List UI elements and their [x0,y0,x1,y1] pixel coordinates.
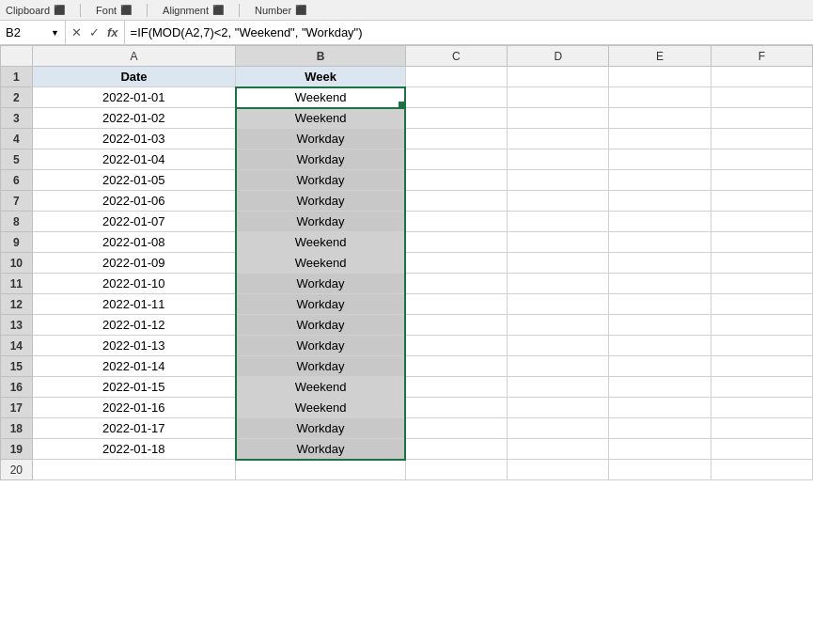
cell-e5[interactable] [609,149,711,170]
col-header-a[interactable]: A [32,46,236,67]
cell-c2[interactable] [405,87,507,108]
cell-b19[interactable]: Workday [236,439,406,460]
cell-f2[interactable] [711,87,812,108]
cell-e1[interactable] [609,67,711,87]
cell-f13[interactable] [711,315,812,336]
cell-d12[interactable] [508,294,609,315]
cell-d10[interactable] [508,253,609,274]
cell-e20[interactable] [609,460,711,480]
fx-icon[interactable]: fx [105,25,120,39]
cell-e19[interactable] [609,439,711,460]
cell-d6[interactable] [508,170,609,191]
cell-e16[interactable] [609,377,711,398]
cell-c14[interactable] [405,336,507,356]
cell-c5[interactable] [405,149,507,170]
cell-e7[interactable] [609,191,711,212]
cell-d5[interactable] [508,149,609,170]
cell-b3[interactable]: Weekend [236,108,406,129]
cell-a17[interactable]: 2022-01-16 [32,398,236,418]
cell-e10[interactable] [609,253,711,274]
cell-b10[interactable]: Weekend [236,253,406,274]
cell-a1[interactable]: Date [32,67,236,87]
cell-b12[interactable]: Workday [236,294,406,315]
cell-e15[interactable] [609,356,711,377]
cell-c17[interactable] [405,398,507,418]
cell-e6[interactable] [609,170,711,191]
col-header-c[interactable]: C [405,46,507,67]
cell-d4[interactable] [508,129,609,149]
cell-d13[interactable] [508,315,609,336]
fill-handle[interactable] [399,102,404,107]
cell-f14[interactable] [711,336,812,356]
cell-f11[interactable] [711,274,812,294]
cell-a3[interactable]: 2022-01-02 [32,108,236,129]
cell-c10[interactable] [405,253,507,274]
cell-c16[interactable] [405,377,507,398]
cell-f1[interactable] [711,67,812,87]
cell-b8[interactable]: Workday [236,212,406,232]
cell-b13[interactable]: Workday [236,315,406,336]
cell-e13[interactable] [609,315,711,336]
cell-d17[interactable] [508,398,609,418]
cell-d7[interactable] [508,191,609,212]
cell-a10[interactable]: 2022-01-09 [32,253,236,274]
cell-f7[interactable] [711,191,812,212]
cell-c13[interactable] [405,315,507,336]
cell-a9[interactable]: 2022-01-08 [32,232,236,253]
cell-b1[interactable]: Week [236,67,406,87]
cell-d16[interactable] [508,377,609,398]
cell-b20[interactable] [236,460,406,480]
cell-c3[interactable] [405,108,507,129]
cell-b15[interactable]: Workday [236,356,406,377]
cell-b17[interactable]: Weekend [236,398,406,418]
cell-c11[interactable] [405,274,507,294]
cell-f16[interactable] [711,377,812,398]
cell-a2[interactable]: 2022-01-01 [32,87,236,108]
cell-e3[interactable] [609,108,711,129]
cell-d14[interactable] [508,336,609,356]
cell-d2[interactable] [508,87,609,108]
cell-f12[interactable] [711,294,812,315]
cell-e12[interactable] [609,294,711,315]
cell-c9[interactable] [405,232,507,253]
cell-c8[interactable] [405,212,507,232]
cell-d15[interactable] [508,356,609,377]
cell-ref-dropdown-icon[interactable]: ▼ [51,28,59,38]
cell-e14[interactable] [609,336,711,356]
col-header-d[interactable]: D [508,46,609,67]
cell-f18[interactable] [711,418,812,439]
cell-a18[interactable]: 2022-01-17 [32,418,236,439]
formula-content[interactable]: =IF(MOD(A2,7)<2, "Weekend", "Workday") [125,25,813,39]
cell-e9[interactable] [609,232,711,253]
cell-b11[interactable]: Workday [236,274,406,294]
cell-b14[interactable]: Workday [236,336,406,356]
cell-d3[interactable] [508,108,609,129]
cell-f9[interactable] [711,232,812,253]
cell-b5[interactable]: Workday [236,149,406,170]
cell-f10[interactable] [711,253,812,274]
cell-f17[interactable] [711,398,812,418]
cell-c18[interactable] [405,418,507,439]
col-header-e[interactable]: E [609,46,711,67]
cell-f6[interactable] [711,170,812,191]
cell-a12[interactable]: 2022-01-11 [32,294,236,315]
cell-a19[interactable]: 2022-01-18 [32,439,236,460]
cell-c7[interactable] [405,191,507,212]
cell-a8[interactable]: 2022-01-07 [32,212,236,232]
cell-f19[interactable] [711,439,812,460]
cell-e8[interactable] [609,212,711,232]
cell-c1[interactable] [405,67,507,87]
cell-f20[interactable] [711,460,812,480]
cell-d18[interactable] [508,418,609,439]
cell-f8[interactable] [711,212,812,232]
cell-a20[interactable] [32,460,236,480]
cell-d8[interactable] [508,212,609,232]
cell-b4[interactable]: Workday [236,129,406,149]
cell-d11[interactable] [508,274,609,294]
cell-e2[interactable] [609,87,711,108]
cell-f4[interactable] [711,129,812,149]
cell-f15[interactable] [711,356,812,377]
cell-c20[interactable] [405,460,507,480]
cell-e4[interactable] [609,129,711,149]
cell-c19[interactable] [405,439,507,460]
